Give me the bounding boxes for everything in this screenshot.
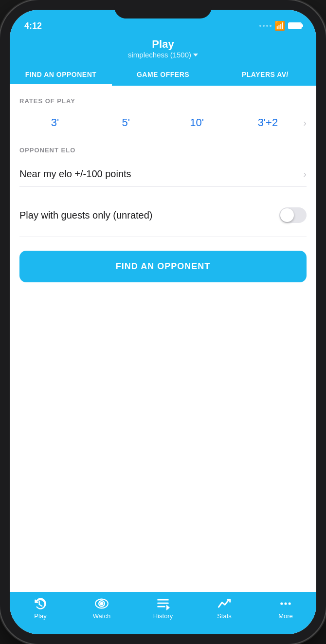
nav-label-stats: Stats: [217, 612, 232, 620]
find-opponent-button[interactable]: FIND AN OPPONENT: [19, 251, 307, 282]
status-icons: 📶: [259, 20, 302, 31]
svg-point-7: [280, 602, 283, 605]
tab-bar: FIND AN OPPONENT GAME OFFERS PLAYERS AV/: [10, 65, 316, 86]
battery-icon: [288, 22, 302, 29]
rate-10min[interactable]: 10': [162, 112, 233, 133]
rates-chevron-icon[interactable]: ›: [303, 117, 307, 129]
stats-icon: [217, 597, 231, 610]
phone-frame: 4:12 📶 Play simplechess (1500): [0, 0, 326, 644]
nav-item-history[interactable]: History: [132, 597, 194, 620]
guest-toggle-label: Play with guests only (unrated): [19, 210, 152, 221]
tab-game-offers[interactable]: GAME OFFERS: [112, 65, 214, 86]
play-icon: [34, 597, 47, 610]
svg-point-9: [289, 602, 291, 605]
header-title: Play: [10, 38, 316, 51]
elo-label: OPPONENT ELO: [19, 147, 307, 154]
content-area: RATES OF PLAY 3' 5' 10' 3'+2 › OPPONENT …: [10, 86, 316, 592]
svg-point-2: [101, 603, 103, 605]
svg-point-8: [284, 602, 287, 605]
elo-section: OPPONENT ELO Near my elo +/-100 points ›: [19, 147, 307, 187]
nav-item-watch[interactable]: Watch: [71, 597, 132, 620]
more-icon: [279, 597, 292, 610]
dropdown-arrow-icon: [193, 54, 198, 56]
history-icon: [156, 597, 170, 610]
nav-label-play: Play: [34, 612, 46, 620]
nav-item-stats[interactable]: Stats: [194, 597, 255, 620]
rates-label: RATES OF PLAY: [19, 97, 307, 105]
svg-rect-5: [157, 606, 165, 607]
svg-rect-3: [157, 599, 168, 601]
watch-icon: [95, 597, 109, 610]
bottom-nav: Play Watch: [10, 592, 316, 634]
rate-5min[interactable]: 5': [91, 112, 162, 133]
elo-chevron-icon: ›: [303, 168, 307, 180]
status-time: 4:12: [24, 21, 259, 31]
rates-row: 3' 5' 10' 3'+2 ›: [19, 112, 307, 133]
svg-marker-6: [166, 605, 170, 610]
svg-rect-4: [157, 603, 168, 604]
notch: [114, 0, 212, 18]
rates-section: RATES OF PLAY 3' 5' 10' 3'+2 ›: [19, 97, 307, 133]
elo-value: Near my elo +/-100 points: [19, 168, 131, 180]
nav-item-play[interactable]: Play: [10, 597, 71, 620]
phone-screen: 4:12 📶 Play simplechess (1500): [10, 10, 316, 634]
tab-players-available[interactable]: PLAYERS AV/: [214, 65, 316, 86]
toggle-knob: [280, 208, 294, 222]
nav-item-more[interactable]: More: [255, 597, 316, 620]
signal-dots: [259, 25, 272, 27]
guest-toggle-section: Play with guests only (unrated): [19, 201, 307, 237]
elo-row[interactable]: Near my elo +/-100 points ›: [19, 162, 307, 186]
nav-label-watch: Watch: [93, 612, 110, 620]
header-subtitle[interactable]: simplechess (1500): [10, 51, 316, 59]
nav-label-more: More: [278, 612, 293, 620]
tab-find-opponent[interactable]: FIND AN OPPONENT: [10, 65, 112, 86]
header: Play simplechess (1500): [10, 34, 316, 65]
wifi-icon: 📶: [274, 20, 285, 31]
rate-3min[interactable]: 3': [19, 112, 91, 133]
nav-label-history: History: [153, 612, 173, 620]
rate-3plus2[interactable]: 3'+2: [232, 112, 303, 133]
guest-toggle[interactable]: [279, 207, 307, 223]
